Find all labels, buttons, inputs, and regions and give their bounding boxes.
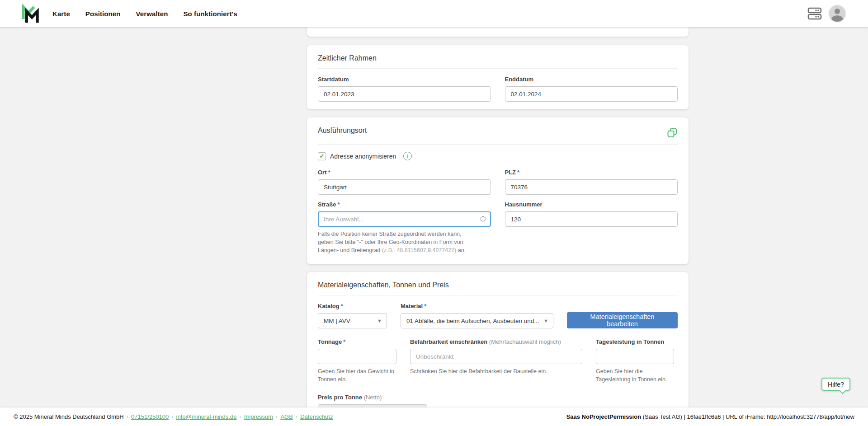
material-select[interactable]: 01 Abfälle, die beim Aufsuchen, Ausbeute… — [401, 313, 553, 328]
section-ausfuehrungsort: Ausführungsort ✓ Adresse anonymisieren i… — [307, 117, 689, 264]
hausnummer-label: Hausnummer — [505, 201, 678, 208]
footer-legal: © 2025 Mineral Minds Deutschland GmbH · … — [14, 413, 333, 420]
footer-link-datenschutz[interactable]: Datenschutz — [300, 413, 333, 420]
plz-field: PLZ* — [505, 169, 678, 195]
checkmark-icon: ✓ — [320, 153, 325, 159]
tagesleistung-label: Tagesleistung in Tonnen — [596, 338, 674, 345]
ort-field: Ort* — [318, 169, 491, 195]
katalog-field: Katalog* MM | AVV ▼ — [318, 303, 387, 328]
adresse-anonymisieren-checkbox[interactable]: ✓ — [318, 152, 326, 160]
strasse-label: Straße* — [318, 201, 491, 208]
footer-link-phone[interactable]: 07151/250100 — [131, 413, 169, 420]
ort-input[interactable] — [318, 179, 491, 195]
nav-item-verwalten[interactable]: Verwalten — [135, 7, 169, 20]
required-asterisk: * — [343, 338, 345, 345]
section-materialeigenschaften: Materialeigenschaften, Tonnen und Preis … — [307, 272, 689, 426]
copy-icon[interactable] — [667, 127, 678, 138]
nav-item-so-funktionierts[interactable]: So funktioniert's — [182, 7, 238, 20]
strasse-input[interactable] — [318, 211, 491, 227]
material-field: Material* 01 Abfälle, die beim Aufsuchen… — [401, 303, 553, 328]
top-navigation-bar: Karte Positionen Verwalten So funktionie… — [0, 0, 868, 27]
chevron-down-icon: ▼ — [543, 318, 548, 323]
materialeigenschaften-bearbeiten-button[interactable]: Materialeigenschaften bearbeiten — [567, 312, 678, 328]
katalog-label: Katalog* — [318, 303, 387, 309]
befahrbarkeit-field: Befahrbarkeit einschränken (Mehrfachausw… — [410, 338, 582, 384]
befahrbarkeit-input[interactable] — [410, 349, 582, 364]
preis-pro-tonne-label: Preis pro Tonne (Netto) — [318, 394, 427, 401]
ort-label: Ort* — [318, 169, 491, 176]
section-title: Zeitlicher Rahmen — [318, 54, 678, 62]
hausnummer-input[interactable] — [505, 211, 678, 227]
footer-link-email[interactable]: info@mineral-minds.de — [176, 413, 237, 420]
startdatum-input[interactable] — [318, 86, 491, 102]
section-divider — [318, 144, 678, 145]
material-label: Material* — [401, 303, 553, 309]
info-icon[interactable]: i — [403, 152, 412, 160]
copyright-text: © 2025 Mineral Minds Deutschland GmbH — [14, 413, 124, 420]
tonnage-input[interactable] — [318, 349, 396, 364]
section-title: Ausführungsort — [318, 126, 367, 135]
section-title: Materialeigenschaften, Tonnen und Preis — [318, 281, 678, 289]
avatar-body-icon — [831, 15, 843, 22]
footer-link-agb[interactable]: AGB — [280, 413, 292, 420]
tonnage-help-text: Geben Sie hier das Gewicht in Tonnen ein… — [318, 368, 396, 384]
mineral-minds-logo-icon[interactable] — [20, 4, 40, 23]
befahrbarkeit-help-text: Schränken Sie hier die Befahrbarkeit der… — [410, 368, 582, 376]
tonnage-field: Tonnage* Geben Sie hier das Gewicht in T… — [318, 338, 396, 384]
tonnage-label: Tonnage* — [318, 338, 396, 345]
plz-label: PLZ* — [505, 169, 678, 176]
plz-input[interactable] — [505, 179, 678, 195]
tagesleistung-input[interactable] — [596, 349, 674, 364]
main-nav: Karte Positionen Verwalten So funktionie… — [52, 7, 238, 20]
tagesleistung-field: Tagesleistung in Tonnen Geben Sie hier d… — [596, 338, 674, 384]
section-zeitlicher-rahmen: Zeitlicher Rahmen Startdatum Enddatum — [307, 45, 689, 109]
required-asterisk: * — [517, 169, 519, 176]
required-asterisk: * — [341, 303, 343, 309]
adresse-anonymisieren-label: Adresse anonymisieren — [330, 153, 396, 160]
page-footer: © 2025 Mineral Minds Deutschland GmbH · … — [0, 407, 868, 426]
startdatum-label: Startdatum — [318, 76, 491, 83]
enddatum-label: Enddatum — [505, 76, 678, 83]
required-asterisk: * — [424, 303, 426, 309]
strasse-field: Straße* Falls die Position keiner Straße… — [318, 201, 491, 254]
strasse-help-text: Falls die Position keiner Straße zugeord… — [318, 230, 477, 254]
required-asterisk: * — [328, 169, 330, 176]
nav-item-positionen[interactable]: Positionen — [85, 7, 122, 20]
befahrbarkeit-label: Befahrbarkeit einschränken (Mehrfachausw… — [410, 338, 582, 345]
startdatum-field: Startdatum — [318, 76, 491, 102]
card-reader-icon[interactable] — [807, 7, 822, 20]
required-asterisk: * — [337, 201, 340, 208]
chevron-down-icon: ▼ — [377, 318, 382, 323]
hausnummer-field: Hausnummer — [505, 201, 678, 254]
tagesleistung-help-text: Geben Sie hier die Tagesleistung in Tonn… — [596, 368, 674, 384]
nav-item-karte[interactable]: Karte — [52, 7, 71, 20]
footer-link-impressum[interactable]: Impressum — [244, 413, 273, 420]
section-divider — [318, 68, 678, 69]
enddatum-input[interactable] — [505, 86, 678, 102]
topbar-right-actions — [807, 5, 868, 22]
user-avatar[interactable] — [829, 5, 845, 22]
hilfe-button[interactable]: Hilfe? — [821, 378, 850, 391]
loading-spinner-icon — [480, 216, 486, 222]
enddatum-field: Enddatum — [505, 76, 678, 102]
avatar-head-icon — [835, 9, 840, 14]
katalog-select[interactable]: MM | AVV ▼ — [318, 313, 387, 328]
section-divider — [318, 295, 678, 295]
footer-environment-info: Saas NoProjectPermission (Saas Test AG) … — [566, 413, 854, 420]
previous-section-card-partial — [307, 27, 689, 37]
